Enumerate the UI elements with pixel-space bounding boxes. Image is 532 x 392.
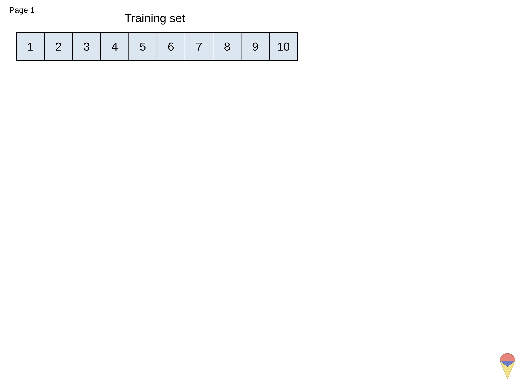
- training-cell: 3: [72, 32, 101, 61]
- training-cell: 10: [269, 32, 298, 61]
- training-set-row: 1 2 3 4 5 6 7 8 9 10: [16, 32, 298, 61]
- training-cell: 9: [241, 32, 270, 61]
- training-cell: 4: [100, 32, 129, 61]
- training-cell: 5: [128, 32, 157, 61]
- training-cell: 6: [157, 32, 185, 61]
- diagram-title: Training set: [125, 11, 185, 25]
- logo-icon: [496, 350, 519, 381]
- training-cell: 1: [16, 32, 45, 61]
- page-label: Page 1: [9, 6, 34, 15]
- training-cell: 2: [44, 32, 73, 61]
- training-cell: 8: [213, 32, 242, 61]
- training-cell: 7: [185, 32, 213, 61]
